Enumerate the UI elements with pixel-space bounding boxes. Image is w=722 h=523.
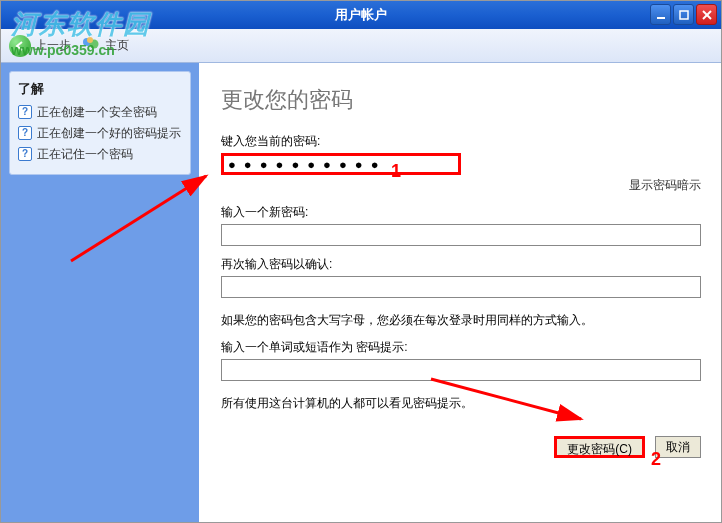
sidebar-link-label: 正在创建一个安全密码	[37, 104, 157, 121]
confirm-password-input[interactable]	[221, 276, 701, 298]
home-icon	[81, 34, 101, 57]
help-icon: ?	[18, 147, 32, 161]
caption-caps: 如果您的密码包含大写字母，您必须在每次登录时用同样的方式输入。	[221, 312, 701, 329]
change-password-button[interactable]: 更改密码(C)	[554, 436, 645, 458]
show-hint-link[interactable]: 显示密码暗示	[221, 177, 701, 194]
window-buttons	[650, 4, 717, 25]
label-new-password: 输入一个新密码:	[221, 204, 701, 221]
sidebar-link-remember-password[interactable]: ? 正在记住一个密码	[18, 146, 182, 163]
svg-rect-1	[680, 11, 688, 19]
titlebar: 用户帐户	[1, 1, 721, 29]
current-password-input[interactable]	[221, 153, 461, 175]
home-button[interactable]: 主页	[81, 34, 129, 57]
help-icon: ?	[18, 105, 32, 119]
window-title: 用户帐户	[335, 6, 387, 24]
sidebar-link-label: 正在创建一个好的密码提示	[37, 125, 181, 142]
help-icon: ?	[18, 126, 32, 140]
page-title: 更改您的密码	[221, 85, 701, 115]
sidebar-link-label: 正在记住一个密码	[37, 146, 133, 163]
label-confirm-password: 再次输入密码以确认:	[221, 256, 701, 273]
label-current-password: 键入您当前的密码:	[221, 133, 701, 150]
content: 了解 ? 正在创建一个安全密码 ? 正在创建一个好的密码提示 ? 正在记住一个密…	[1, 63, 721, 522]
new-password-input[interactable]	[221, 224, 701, 246]
home-label: 主页	[105, 37, 129, 54]
sidebar-box: 了解 ? 正在创建一个安全密码 ? 正在创建一个好的密码提示 ? 正在记住一个密…	[9, 71, 191, 175]
caption-visible: 所有使用这台计算机的人都可以看见密码提示。	[221, 395, 701, 412]
minimize-button[interactable]	[650, 4, 671, 25]
password-hint-input[interactable]	[221, 359, 701, 381]
toolbar: 上一步 主页	[1, 29, 721, 63]
sidebar-link-password-hint[interactable]: ? 正在创建一个好的密码提示	[18, 125, 182, 142]
back-button[interactable]: 上一步	[9, 35, 71, 57]
sidebar-link-secure-password[interactable]: ? 正在创建一个安全密码	[18, 104, 182, 121]
label-password-hint: 输入一个单词或短语作为 密码提示:	[221, 339, 701, 356]
cancel-button[interactable]: 取消	[655, 436, 701, 458]
svg-point-6	[87, 37, 93, 43]
back-label: 上一步	[35, 37, 71, 54]
sidebar: 了解 ? 正在创建一个安全密码 ? 正在创建一个好的密码提示 ? 正在记住一个密…	[1, 63, 199, 522]
button-row: 更改密码(C) 取消	[221, 436, 701, 458]
sidebar-heading: 了解	[18, 80, 182, 98]
close-button[interactable]	[696, 4, 717, 25]
back-icon	[9, 35, 31, 57]
main-panel: 更改您的密码 键入您当前的密码: 显示密码暗示 输入一个新密码: 再次输入密码以…	[199, 63, 721, 522]
maximize-button[interactable]	[673, 4, 694, 25]
